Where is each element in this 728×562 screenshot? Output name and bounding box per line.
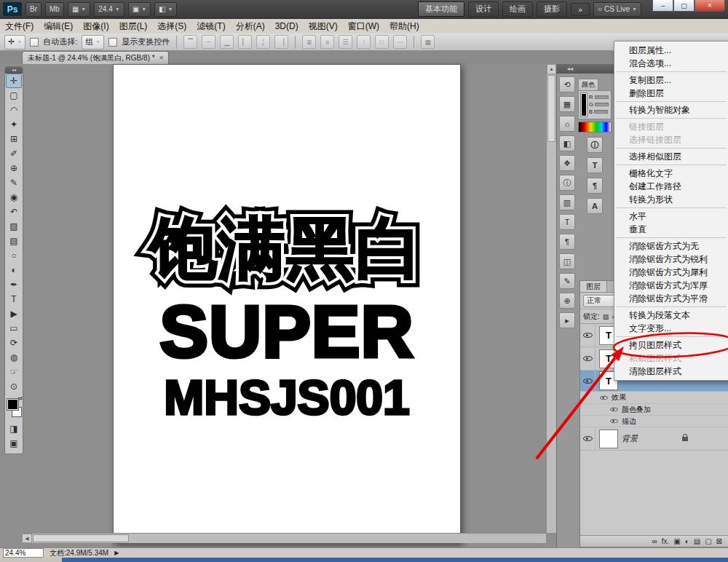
align-top-button[interactable]: ▔	[183, 35, 197, 49]
screen-mode-button[interactable]: ◧▼	[154, 2, 177, 17]
distribute-hcenter-button[interactable]: ∷	[375, 35, 389, 49]
delete-layer-icon[interactable]: ⊠	[716, 537, 722, 545]
show-transform-checkbox[interactable]	[108, 38, 117, 47]
context-menu-item-select-similar-layers[interactable]: 选择相似图层	[614, 150, 728, 163]
context-menu-item-horizontal[interactable]: 水平	[614, 210, 728, 223]
pen-tool[interactable]: ✒	[6, 277, 22, 292]
shape-tool[interactable]: ▭	[6, 321, 22, 336]
eraser-tool[interactable]: ▨	[6, 219, 22, 234]
swap-colors-icon[interactable]: ⇄	[17, 395, 23, 402]
anti-alias-panel-icon[interactable]: A	[587, 198, 603, 214]
auto-align-layers-button[interactable]: ▦	[421, 35, 435, 49]
arrange-documents-button[interactable]: ▣▼	[128, 2, 151, 17]
status-menu-arrow-icon[interactable]: ▶	[114, 550, 119, 556]
align-vcenter-button[interactable]: ╌	[202, 35, 215, 49]
view-extras-button[interactable]: ▦▼	[68, 2, 90, 17]
paragraph-icon[interactable]: ¶	[559, 234, 575, 250]
quick-selection-tool[interactable]: ✦	[6, 117, 22, 132]
close-button[interactable]: ×	[695, 0, 725, 12]
menu-item-layer[interactable]: 图层(L)	[114, 19, 153, 33]
context-menu-item-convert-to-shape[interactable]: 转换为形状	[614, 193, 728, 206]
distribute-bottom-button[interactable]: ☰	[339, 35, 352, 49]
type-tool[interactable]: T	[6, 292, 22, 306]
background-layer-row[interactable]: 背景	[580, 427, 728, 451]
context-menu-item-warp-text[interactable]: 文字变形...	[614, 322, 728, 335]
distribute-top-button[interactable]: ≣	[302, 35, 316, 49]
minibridge-button[interactable]: Mb	[45, 2, 64, 17]
layer-visibility-toggle[interactable]	[580, 324, 596, 347]
screen-mode-tool[interactable]: ▣	[6, 436, 22, 451]
info-panel-icon[interactable]: ⓘ	[587, 137, 603, 153]
align-left-button[interactable]: ▏	[238, 35, 252, 49]
context-menu-item-create-work-path[interactable]: 创建工作路径	[614, 180, 728, 193]
context-menu-item-antialias-strong[interactable]: 消除锯齿方式为浑厚	[614, 279, 728, 292]
adjustment-layer-icon[interactable]: ◐	[685, 537, 689, 545]
clone-stamp-tool[interactable]: ◉	[6, 190, 22, 205]
lasso-tool[interactable]: ◠	[6, 103, 22, 117]
context-menu-item-convert-to-paragraph-text[interactable]: 转换为段落文本	[614, 309, 728, 322]
layers-tab[interactable]: 图层	[580, 281, 607, 292]
background-thumbnail[interactable]	[599, 430, 618, 448]
animation-icon[interactable]: ▸	[559, 312, 575, 328]
bridge-button[interactable]: Br	[25, 2, 41, 17]
dodge-tool[interactable]: ◐	[6, 263, 22, 277]
photoshop-logo[interactable]: Ps	[3, 2, 22, 16]
restore-button[interactable]: ▢	[673, 0, 695, 12]
menu-item-select[interactable]: 选择(S)	[152, 19, 191, 33]
context-menu-item-rasterize-type[interactable]: 栅格化文字	[614, 167, 728, 180]
vertical-scroll-thumb[interactable]	[547, 75, 555, 142]
character-icon[interactable]: T	[559, 214, 575, 230]
vertical-scrollbar[interactable]: ▲	[546, 64, 556, 533]
adjustments-icon[interactable]: ☼	[559, 116, 575, 132]
workspace-design-button[interactable]: 设计	[468, 1, 499, 17]
menu-item-3d[interactable]: 3D(D)	[270, 19, 304, 33]
effect-color-overlay-row[interactable]: 颜色叠加	[580, 404, 728, 416]
masks-icon[interactable]: ◧	[559, 135, 575, 151]
effects-header-row[interactable]: 效果	[580, 392, 728, 404]
workspace-painting-button[interactable]: 绘画	[502, 1, 533, 17]
brush-tool[interactable]: ✎	[6, 175, 22, 190]
eyedropper-tool[interactable]: ✐	[6, 146, 22, 161]
red-slider[interactable]	[595, 95, 609, 99]
context-menu-item-antialias-smooth[interactable]: 消除锯齿方式为平滑	[614, 292, 728, 305]
character-panel-icon[interactable]: T	[587, 157, 603, 173]
3d-rotate-tool[interactable]: ⟳	[6, 336, 22, 350]
align-bottom-button[interactable]: ▁	[220, 35, 234, 49]
lock-transparency-icon[interactable]: ▨	[603, 313, 609, 320]
distribute-right-button[interactable]: ⋯	[393, 35, 407, 49]
workspace-overflow-button[interactable]: »	[571, 3, 590, 16]
context-menu-item-antialias-crisp[interactable]: 消除锯齿方式为犀利	[614, 266, 728, 279]
horizontal-scroll-thumb[interactable]	[33, 534, 129, 542]
menu-item-image[interactable]: 图像(I)	[78, 19, 114, 33]
menu-item-file[interactable]: 文件(F)	[0, 19, 39, 33]
layer-mask-icon[interactable]: ▣	[673, 537, 680, 545]
effect-stroke-row[interactable]: 描边	[580, 416, 728, 427]
context-menu-item-antialias-none[interactable]: 消除锯齿方式为无	[614, 240, 728, 253]
info-icon[interactable]: ⓘ	[559, 175, 575, 191]
hand-tool[interactable]: ☞	[6, 365, 22, 379]
menu-item-analysis[interactable]: 分析(A)	[231, 19, 270, 33]
distribute-left-button[interactable]: ⋮	[357, 35, 371, 49]
tab-close-button[interactable]: ×	[159, 54, 164, 62]
move-tool[interactable]: ✛	[6, 74, 22, 88]
color-panel-swatch[interactable]	[581, 93, 587, 116]
blue-slider[interactable]	[594, 110, 608, 114]
context-menu-item-delete-layer[interactable]: 删除图层	[614, 87, 728, 100]
3d-orbit-tool[interactable]: ◍	[6, 350, 22, 365]
align-hcenter-button[interactable]: ╎	[256, 35, 270, 49]
document-tab[interactable]: 未标题-1 @ 24.4% (饱满黑白, RGB/8) * ×	[22, 51, 169, 64]
styles-icon[interactable]: ❖	[559, 155, 575, 171]
canvas-document[interactable]: 饱满黑白 饱满黑白 饱满黑白 SUPER MHSJS001	[113, 64, 461, 544]
layer-style-icon[interactable]: fx.	[662, 537, 670, 545]
quick-mask-tool[interactable]: ◨	[6, 422, 22, 436]
context-menu-item-copy-layer-style[interactable]: 拷贝图层样式	[614, 339, 728, 352]
auto-select-target-dropdown[interactable]: 组▼	[82, 35, 104, 50]
green-slider[interactable]	[595, 103, 609, 106]
context-menu-item-duplicate-layer[interactable]: 复制图层...	[614, 74, 728, 87]
path-selection-tool[interactable]: ▶	[6, 306, 22, 321]
layer-visibility-toggle[interactable]	[580, 371, 596, 391]
context-menu-item-clear-layer-style[interactable]: 清除图层样式	[614, 365, 728, 378]
scroll-left-icon[interactable]: ◀	[22, 534, 32, 543]
color-panel-tab[interactable]: 颜色	[578, 79, 598, 90]
distribute-vcenter-button[interactable]: ≡	[320, 35, 334, 49]
